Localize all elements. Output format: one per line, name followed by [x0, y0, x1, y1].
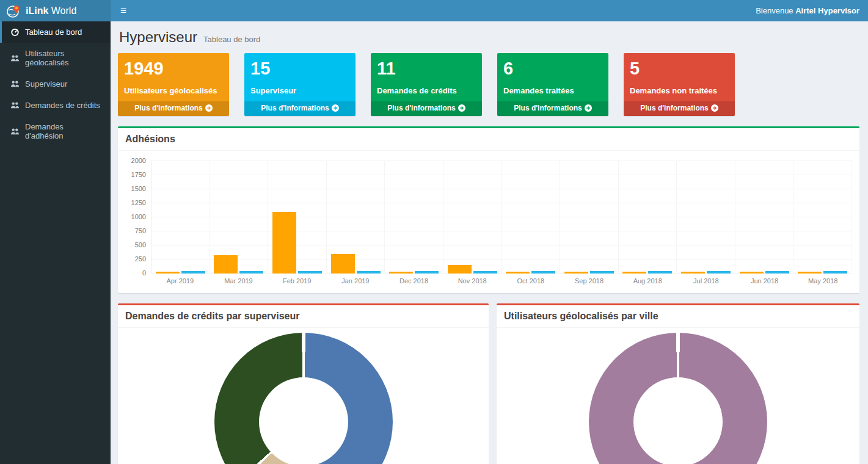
y-axis-tick-label: 500: [135, 241, 146, 248]
bar-chart-x-axis: Apr 2019Mar 2019Feb 2019Jan 2019Dec 2018…: [151, 277, 852, 285]
donut-boxes-row: Demandes de crédits par superviseur Util…: [118, 303, 859, 464]
card-more-label: Plus d'informations: [387, 104, 456, 112]
series-blue-bar: [648, 271, 672, 274]
series-orange-bar: [331, 254, 355, 274]
x-axis-tick-label: Jun 2018: [735, 277, 794, 285]
series-blue-bar: [590, 271, 614, 274]
y-axis-tick-label: 1500: [131, 185, 146, 192]
sidebar-item[interactable]: Demandes d'adhésion: [0, 116, 111, 147]
series-orange-bar: [798, 272, 822, 274]
x-axis-tick-label: Apr 2019: [151, 277, 210, 285]
series-orange-bar: [740, 272, 764, 274]
users-by-city-title: Utilisateurs géolocalisés par ville: [497, 305, 859, 328]
sidebar-item[interactable]: Demandes de crédits: [0, 95, 111, 116]
series-blue-bar: [415, 271, 439, 274]
sidebar-item[interactable]: Utilisateurs géolocalisés: [0, 43, 111, 73]
users-icon: [10, 54, 20, 63]
x-axis-tick-label: Feb 2019: [268, 277, 326, 285]
series-orange-bar: [448, 265, 472, 274]
globe-pin-logo-icon: [6, 4, 21, 18]
stat-card: 6Demandes traitéesPlus d'informations: [497, 53, 608, 116]
x-axis-tick-label: May 2018: [793, 277, 852, 285]
users-by-city-donut-chart: [589, 333, 767, 464]
x-axis-tick-label: Jan 2019: [326, 277, 385, 285]
stat-card-inner: 5Demandes non traitées: [624, 53, 735, 100]
series-blue-bar: [239, 271, 263, 274]
card-more-link[interactable]: Plus d'informations: [244, 101, 356, 116]
series-blue-bar: [181, 271, 205, 274]
y-axis-tick-label: 1000: [131, 213, 146, 220]
stat-card-inner: 6Demandes traitées: [497, 53, 608, 100]
bar-group: [677, 161, 735, 274]
stat-card-inner: 15Superviseur: [244, 53, 356, 100]
credits-by-supervisor-donut-chart: [214, 333, 393, 464]
arrow-circle-right-icon: [332, 104, 339, 114]
adhesions-chart-title: Adhésions: [118, 128, 859, 151]
bar-group: [385, 161, 443, 274]
welcome-text: Bienvenue Airtel Hypervisor: [756, 6, 868, 15]
bar-group: [501, 161, 560, 274]
x-axis-tick-label: Aug 2018: [618, 277, 677, 285]
bar-chart-y-axis: 200017501500125010007505002500: [125, 161, 151, 274]
main-content: Hyperviseur Tableau de bord 1949Utilisat…: [111, 21, 868, 464]
sidebar-item[interactable]: Superviseur: [0, 73, 111, 95]
brand[interactable]: iLink World: [0, 0, 111, 21]
stat-card: 5Demandes non traitéesPlus d'information…: [624, 53, 735, 116]
users-icon: [10, 79, 20, 89]
y-axis-tick-label: 0: [142, 269, 146, 277]
arrow-circle-right-icon: [585, 104, 592, 114]
stat-card-label: Demandes traitées: [503, 86, 602, 95]
card-more-label: Plus d'informations: [640, 104, 709, 112]
series-orange-bar: [564, 272, 588, 274]
bar-group: [735, 161, 794, 274]
series-blue-bar: [823, 271, 847, 274]
card-more-link[interactable]: Plus d'informations: [624, 101, 735, 116]
sidebar-toggle-button[interactable]: ≡: [111, 0, 136, 21]
bar-group: [327, 161, 385, 274]
credits-by-supervisor-box: Demandes de crédits par superviseur: [118, 303, 489, 464]
x-axis-tick-label: Nov 2018: [443, 277, 501, 285]
stat-card-value: 5: [630, 58, 729, 79]
bar-group: [151, 161, 210, 274]
stat-card-inner: 1949Utilisateurs géolocalisés: [118, 53, 229, 100]
stat-card-label: Superviseur: [250, 86, 349, 95]
series-blue-bar: [531, 271, 555, 274]
topbar: ≡ Bienvenue Airtel Hypervisor: [111, 0, 868, 21]
series-blue-bar: [765, 271, 789, 274]
welcome-user: Airtel Hypervisor: [795, 6, 859, 15]
series-blue-bar: [473, 271, 497, 274]
stat-card-value: 1949: [124, 58, 223, 79]
stat-card-label: Demandes non traitées: [630, 86, 729, 95]
card-more-link[interactable]: Plus d'informations: [118, 101, 229, 116]
stat-card: 15SuperviseurPlus d'informations: [244, 53, 356, 116]
x-axis-tick-label: Oct 2018: [501, 277, 560, 285]
sidebar-item-label: Demandes d'adhésion: [25, 122, 102, 140]
card-more-link[interactable]: Plus d'informations: [371, 101, 482, 116]
sidebar-item-label: Demandes de crédits: [25, 101, 100, 110]
bar-group: [793, 161, 852, 274]
sidebar-item[interactable]: Tableau de bord: [0, 21, 111, 43]
card-more-label: Plus d'informations: [134, 104, 203, 112]
x-axis-tick-label: Sep 2018: [560, 277, 619, 285]
bar-group: [443, 161, 502, 274]
donut-hole: [633, 377, 723, 464]
stat-card-label: Utilisateurs géolocalisés: [124, 86, 223, 95]
donut-hole: [259, 377, 348, 464]
page-subtitle: Tableau de bord: [203, 35, 260, 44]
series-orange-bar: [681, 272, 705, 274]
sidebar-item-label: Superviseur: [25, 79, 67, 89]
x-axis-tick-label: Jul 2018: [677, 277, 735, 285]
stat-card-value: 15: [250, 58, 349, 79]
series-blue-bar: [298, 271, 322, 274]
users-icon: [10, 101, 20, 110]
arrow-circle-right-icon: [711, 104, 718, 114]
app-title: iLink World: [26, 5, 76, 16]
sidebar: iLink World Tableau de bordUtilisateurs …: [0, 0, 111, 464]
arrow-circle-right-icon: [205, 104, 213, 114]
sidebar-menu: Tableau de bordUtilisateurs géolocalisés…: [0, 21, 111, 147]
users-icon: [10, 127, 20, 136]
card-more-label: Plus d'informations: [261, 104, 329, 112]
adhesions-chart-body: 200017501500125010007505002500 Apr 2019M…: [118, 151, 859, 293]
bar-group: [210, 161, 269, 274]
card-more-link[interactable]: Plus d'informations: [497, 101, 608, 116]
